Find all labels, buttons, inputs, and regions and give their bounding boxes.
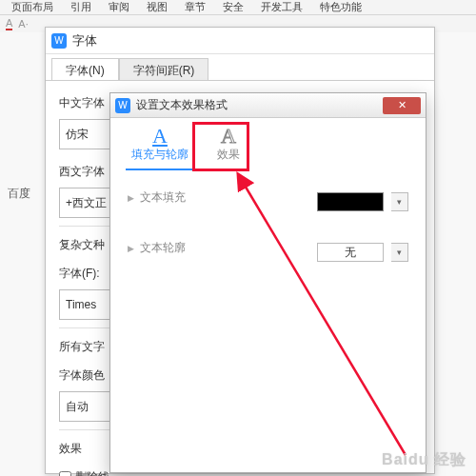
ribbon-tab[interactable]: 开发工具	[261, 0, 303, 14]
all-text-label: 所有文字	[59, 334, 105, 359]
tab-fill-outline-label: 填充与轮廓	[131, 147, 188, 163]
west-font-select[interactable]: +西文正	[59, 188, 116, 218]
complex-label: 复杂文种	[59, 232, 105, 257]
fill-color-swatch[interactable]	[317, 192, 384, 211]
toolbar-hint: A·	[18, 18, 28, 30]
complex-font-select[interactable]: Times	[59, 289, 116, 320]
ribbon-tab[interactable]: 页面布局	[11, 0, 53, 14]
outline-select[interactable]: 无	[317, 243, 384, 262]
ribbon-tab[interactable]: 特色功能	[320, 0, 362, 14]
section-text-fill-label: 文本填充	[140, 189, 186, 206]
page-side-text: 百度	[8, 186, 30, 202]
tab-effects[interactable]: A 效果	[194, 126, 263, 170]
dialog-title-text: 字体	[72, 32, 97, 50]
font-dialog-title: W 字体	[46, 28, 434, 54]
ribbon-tab[interactable]: 引用	[70, 0, 91, 14]
fill-color-dropdown[interactable]: ▾	[391, 192, 408, 211]
cn-font-label: 中文字体	[59, 90, 105, 115]
text-effect-body: ▶ 文本填充 ▾ ▶ 文本轮廓 无 ▾	[110, 170, 426, 275]
font-dialog-tabs: 字体(N) 字符间距(R)	[46, 54, 434, 81]
app-logo-icon: W	[115, 98, 130, 113]
letter-a-fill-icon: A	[152, 126, 168, 147]
ribbon-tab[interactable]: 视图	[147, 0, 168, 14]
ribbon-tab[interactable]: 安全	[223, 0, 244, 14]
font-color-label: 字体颜色	[59, 363, 105, 387]
text-effect-tabs: A 填充与轮廓 A 效果	[110, 118, 426, 170]
ribbon-tabs: 页面布局 引用 审阅 视图 章节 安全 开发工具 特色功能	[0, 0, 476, 15]
effects-label: 效果	[59, 436, 82, 461]
text-effect-title: 设置文本效果格式	[136, 97, 383, 113]
west-font-label: 西文字体	[59, 159, 105, 184]
letter-a-outline-icon: A	[221, 126, 236, 147]
ribbon-tab[interactable]: 章节	[185, 0, 206, 14]
section-text-outline-label: 文本轮廓	[140, 240, 186, 256]
caret-right-icon: ▶	[128, 244, 134, 253]
cn-font-select[interactable]: 仿宋	[59, 119, 116, 149]
close-button[interactable]: ✕	[383, 97, 421, 114]
caret-right-icon: ▶	[128, 193, 134, 203]
font-label: 字体(F):	[59, 261, 100, 286]
font-color-select[interactable]: 自动	[59, 391, 116, 422]
ribbon-tab[interactable]: 审阅	[109, 0, 129, 14]
tab-font[interactable]: 字体(N)	[51, 58, 119, 80]
text-effect-titlebar: W 设置文本效果格式 ✕	[110, 93, 426, 118]
text-effect-dialog: W 设置文本效果格式 ✕ A 填充与轮廓 A 效果 ▶ 文本填充 ▾ ▶ 文本轮…	[109, 92, 426, 473]
watermark: Baidu 经验	[382, 450, 466, 470]
outline-dropdown[interactable]: ▾	[391, 243, 408, 262]
app-logo-icon: W	[51, 33, 67, 49]
tab-fill-outline[interactable]: A 填充与轮廓	[126, 126, 194, 170]
font-color-icon[interactable]: A	[6, 17, 12, 30]
tab-char-spacing[interactable]: 字符间距(R)	[119, 58, 209, 80]
tab-effects-label: 效果	[217, 147, 240, 163]
